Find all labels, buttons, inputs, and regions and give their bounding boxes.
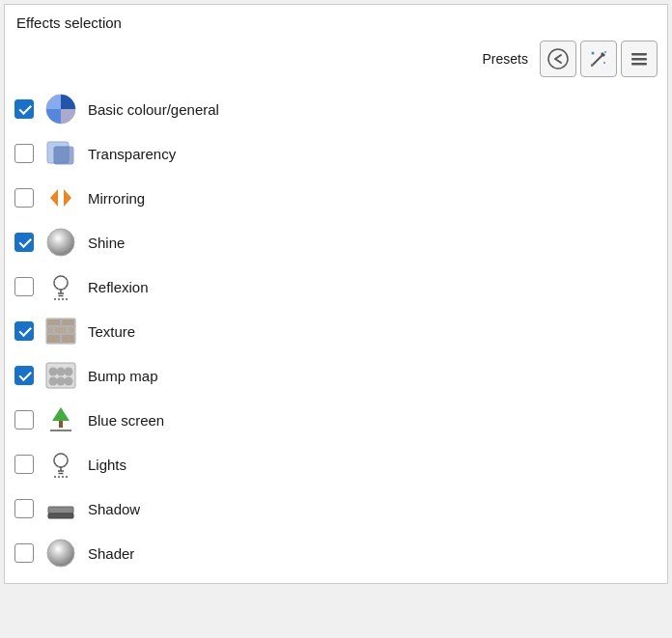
label-basic-colour: Basic colour/general: [88, 101, 219, 118]
toolbar: Presets: [5, 37, 667, 83]
label-texture: Texture: [88, 323, 135, 340]
label-shader: Shader: [88, 545, 134, 562]
list-icon: [629, 48, 650, 69]
presets-label: Presets: [483, 51, 528, 67]
icon-reflexion: [43, 269, 78, 304]
effect-row-basic-colour[interactable]: Basic colour/general: [5, 87, 667, 131]
checkbox-shine[interactable]: [14, 233, 34, 252]
panel-title: Effects selection: [5, 5, 667, 37]
svg-rect-8: [631, 58, 647, 61]
effect-row-shader[interactable]: Shader: [5, 531, 667, 575]
svg-rect-29: [47, 319, 60, 325]
svg-point-5: [604, 51, 606, 53]
label-reflexion: Reflexion: [88, 279, 149, 295]
svg-rect-33: [69, 327, 74, 333]
effect-row-shine[interactable]: Shine: [5, 220, 667, 264]
svg-point-4: [603, 62, 605, 64]
magic-icon: [588, 48, 609, 69]
svg-rect-34: [47, 335, 60, 343]
effect-row-bump-map[interactable]: Bump map: [5, 353, 667, 398]
svg-point-38: [57, 368, 66, 376]
checkbox-texture[interactable]: [14, 321, 34, 341]
svg-point-54: [47, 540, 74, 567]
icon-blue-screen: [43, 402, 78, 437]
label-lights: Lights: [88, 457, 126, 473]
label-mirroring: Mirroring: [88, 190, 145, 207]
checkbox-bump-map[interactable]: [14, 366, 34, 385]
label-transparency: Transparency: [88, 146, 176, 162]
svg-marker-43: [52, 407, 70, 421]
effect-row-transparency[interactable]: Transparency: [5, 131, 667, 176]
svg-point-42: [65, 377, 73, 386]
label-blue-screen: Blue screen: [88, 412, 164, 429]
svg-rect-9: [631, 63, 647, 66]
icon-shadow: [43, 491, 78, 526]
effect-row-shadow[interactable]: Shadow: [5, 486, 667, 531]
label-shadow: Shadow: [88, 501, 140, 517]
svg-rect-52: [48, 507, 73, 513]
checkbox-transparency[interactable]: [14, 144, 34, 163]
svg-point-37: [49, 368, 58, 376]
svg-rect-32: [55, 327, 67, 333]
back-button[interactable]: [540, 41, 576, 77]
checkbox-reflexion[interactable]: [14, 277, 34, 296]
svg-point-0: [548, 49, 568, 69]
svg-marker-14: [64, 189, 71, 207]
svg-rect-30: [62, 319, 74, 325]
svg-point-3: [592, 52, 595, 55]
checkbox-shader[interactable]: [14, 543, 34, 563]
checkbox-shadow[interactable]: [14, 499, 34, 518]
label-bump-map: Bump map: [88, 368, 158, 384]
icon-mirroring: [43, 180, 78, 215]
effects-panel: Effects selection Presets: [4, 4, 668, 584]
icon-shine: [43, 225, 78, 260]
svg-line-1: [592, 55, 602, 66]
list-button[interactable]: [621, 41, 658, 77]
effect-row-reflexion[interactable]: Reflexion: [5, 264, 667, 309]
svg-rect-44: [59, 421, 63, 428]
label-shine: Shine: [88, 235, 125, 251]
svg-rect-35: [62, 335, 74, 343]
magic-button[interactable]: [580, 41, 617, 77]
checkbox-blue-screen[interactable]: [14, 410, 34, 430]
svg-rect-53: [48, 513, 73, 518]
svg-point-15: [47, 229, 74, 256]
effects-list: Basic colour/general Transparency: [5, 83, 667, 583]
svg-point-41: [57, 377, 66, 386]
svg-rect-31: [47, 327, 53, 333]
svg-rect-7: [631, 53, 647, 56]
checkbox-lights[interactable]: [14, 455, 34, 474]
icon-shader: [43, 536, 78, 570]
icon-bump-map: [43, 358, 78, 393]
svg-marker-13: [50, 189, 58, 207]
effect-row-mirroring[interactable]: Mirroring: [5, 176, 667, 220]
svg-point-6: [591, 64, 593, 66]
icon-texture: [43, 314, 78, 348]
effect-row-blue-screen[interactable]: Blue screen: [5, 398, 667, 442]
svg-rect-12: [54, 147, 73, 164]
checkbox-mirroring[interactable]: [14, 188, 34, 208]
svg-point-39: [65, 368, 73, 376]
back-icon: [547, 48, 569, 69]
effect-row-texture[interactable]: Texture: [5, 309, 667, 353]
icon-basic-colour: [43, 92, 78, 126]
checkbox-basic-colour[interactable]: [14, 99, 34, 119]
icon-lights: [43, 447, 78, 482]
svg-point-40: [49, 377, 58, 386]
effect-row-lights[interactable]: Lights: [5, 442, 667, 486]
icon-transparency: [43, 136, 78, 171]
